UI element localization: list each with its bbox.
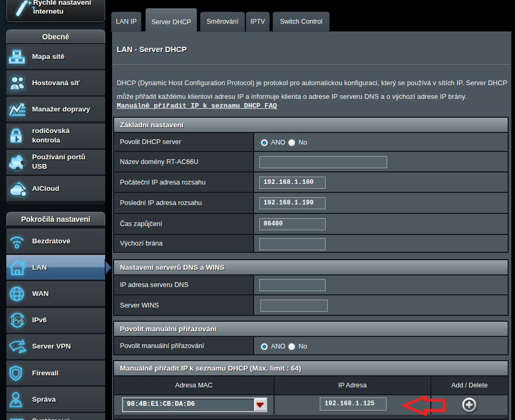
svg-text:IPv6: IPv6: [11, 317, 24, 324]
